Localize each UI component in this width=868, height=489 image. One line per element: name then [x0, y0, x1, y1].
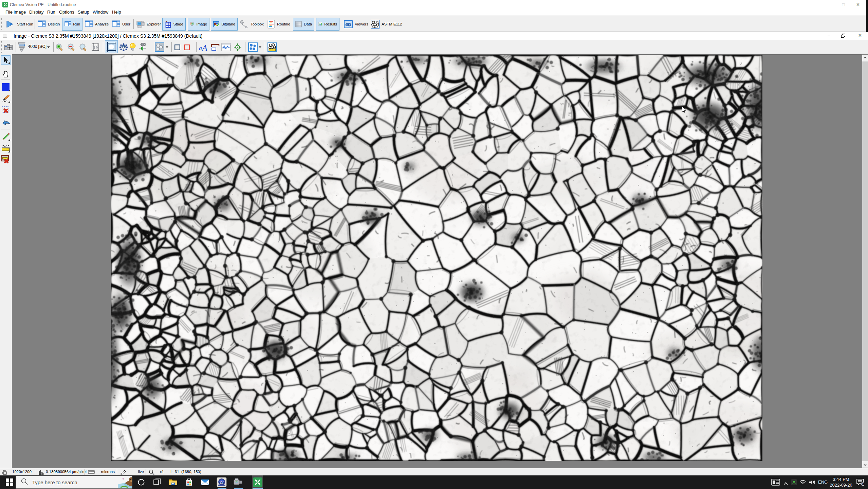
- svg-text:a: a: [199, 45, 202, 52]
- svg-text:1: 1: [862, 483, 864, 486]
- svg-text:27: 27: [220, 480, 224, 484]
- svg-text:A: A: [201, 43, 207, 52]
